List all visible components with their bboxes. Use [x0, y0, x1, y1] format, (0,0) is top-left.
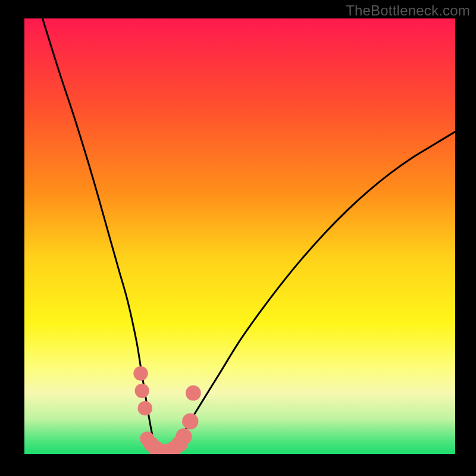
- chart-container: TheBottleneck.com: [0, 0, 476, 476]
- data-dot: [138, 401, 152, 415]
- watermark-label: TheBottleneck.com: [346, 2, 470, 19]
- data-dot: [176, 428, 192, 444]
- plot-background: [24, 18, 455, 454]
- data-dot: [133, 366, 148, 380]
- data-dot: [134, 384, 149, 398]
- data-dot: [186, 386, 201, 401]
- data-dot: [182, 413, 198, 429]
- bottleneck-chart: [0, 0, 476, 476]
